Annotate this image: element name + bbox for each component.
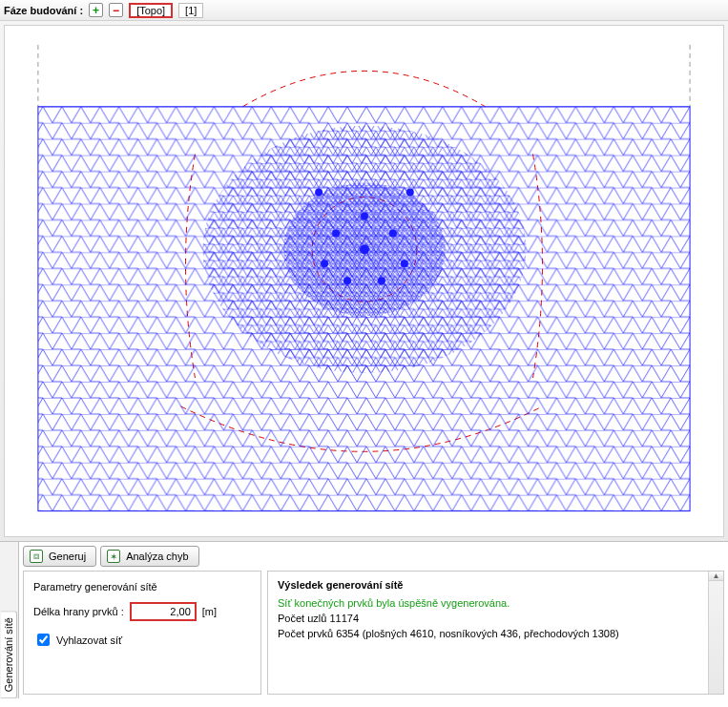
vertical-tab-mesh[interactable]: Generování sítě — [1, 611, 17, 698]
result-scrollbar[interactable] — [708, 572, 723, 694]
svg-point-10 — [321, 260, 328, 267]
svg-point-12 — [343, 277, 351, 284]
edge-length-row: Délka hrany prvků : [m] — [33, 602, 251, 621]
smooth-mesh-label: Vyhlazovat síť — [56, 634, 122, 646]
svg-point-7 — [360, 244, 369, 254]
svg-point-14 — [361, 212, 368, 219]
action-button-row: ⧈ Generuj ✶ Analýza chyb — [23, 546, 724, 567]
result-panel: Výsledek generování sítě Síť konečných p… — [267, 571, 724, 695]
edge-length-unit: [m] — [202, 606, 217, 617]
svg-point-13 — [378, 277, 385, 284]
generate-button[interactable]: ⧈ Generuj — [23, 546, 96, 567]
bottom-panel: ⧈ Generuj ✶ Analýza chyb Parametry gener… — [19, 542, 728, 698]
remove-stage-button[interactable]: − — [109, 3, 123, 17]
svg-point-8 — [332, 229, 340, 237]
svg-point-15 — [315, 189, 322, 197]
result-title: Výsledek generování sítě — [278, 579, 714, 591]
stage-1-button[interactable]: [1] — [178, 3, 203, 18]
analyze-button-label: Analýza chyb — [126, 551, 188, 562]
parameters-title: Parametry generování sítě — [33, 581, 251, 593]
generate-icon: ⧈ — [30, 550, 43, 563]
result-elements-line: Počet prvků 6354 (plošných 4610, nosníko… — [278, 627, 714, 642]
vertical-tab-bar: Generování sítě — [0, 542, 19, 698]
mesh-viewport[interactable] — [4, 25, 724, 537]
top-toolbar: Fáze budování : + − [Topo] [1] — [0, 0, 728, 21]
svg-point-16 — [406, 189, 414, 197]
analyze-errors-button[interactable]: ✶ Analýza chyb — [100, 546, 198, 567]
mesh-drawing — [5, 26, 723, 537]
result-nodes-line: Počet uzlů 11174 — [278, 612, 714, 627]
generate-button-label: Generuj — [49, 551, 86, 562]
bottom-panel-wrap: Generování sítě ⧈ Generuj ✶ Analýza chyb… — [0, 541, 728, 698]
edge-length-input[interactable] — [130, 602, 197, 621]
result-success-msg: Síť konečných prvků byla úspěšně vygener… — [278, 596, 714, 612]
edge-length-label: Délka hrany prvků : — [33, 606, 124, 617]
topo-stage-button[interactable]: [Topo] — [129, 3, 173, 18]
parameters-panel: Parametry generování sítě Délka hrany pr… — [23, 571, 261, 695]
viewport-frame — [0, 21, 728, 541]
smooth-mesh-row[interactable]: Vyhlazovat síť — [33, 631, 251, 649]
smooth-mesh-checkbox[interactable] — [37, 634, 50, 646]
svg-point-11 — [401, 260, 408, 267]
add-stage-button[interactable]: + — [89, 3, 103, 17]
panels-row: Parametry generování sítě Délka hrany pr… — [23, 571, 724, 695]
phase-label: Fáze budování : — [4, 5, 83, 16]
analyze-icon: ✶ — [107, 550, 120, 563]
svg-point-9 — [389, 229, 397, 237]
